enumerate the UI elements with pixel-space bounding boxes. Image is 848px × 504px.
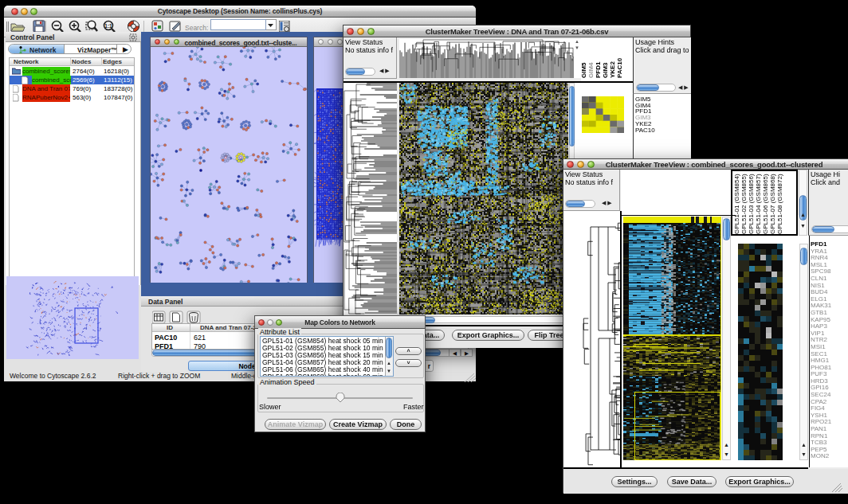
svg-text:Search:: Search: xyxy=(185,24,208,32)
svg-text:1:1: 1:1 xyxy=(104,23,112,29)
